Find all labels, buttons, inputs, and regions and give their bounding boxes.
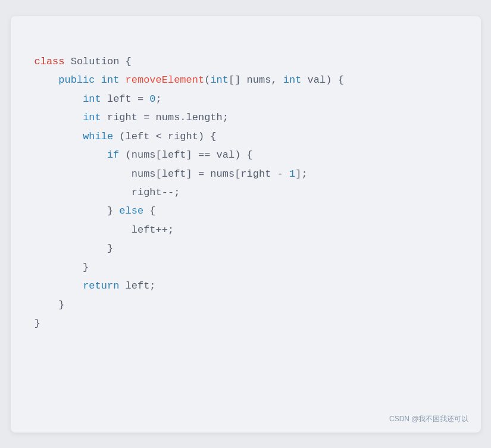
- line-8: right--;: [35, 187, 180, 198]
- line-3: int left = 0;: [35, 93, 162, 105]
- line-13: return left;: [35, 280, 156, 292]
- code-block: class Solution { public int removeElemen…: [35, 34, 457, 352]
- line-14: }: [35, 299, 65, 311]
- line-5: while (left < right) {: [35, 131, 217, 142]
- line-2: public int removeElement(int[] nums, int…: [35, 74, 344, 86]
- line-12: }: [35, 262, 89, 273]
- line-15: }: [35, 318, 40, 329]
- line-11: }: [35, 243, 114, 254]
- line-10: left++;: [35, 224, 174, 236]
- line-6: if (nums[left] == val) {: [35, 149, 253, 161]
- code-container: class Solution { public int removeElemen…: [11, 16, 481, 433]
- line-1: class Solution {: [35, 56, 132, 67]
- line-4: int right = nums.length;: [35, 112, 229, 123]
- line-7: nums[left] = nums[right - 1];: [35, 168, 308, 180]
- watermark: CSDN @我不困我还可以: [389, 414, 469, 424]
- line-9: } else {: [35, 205, 156, 217]
